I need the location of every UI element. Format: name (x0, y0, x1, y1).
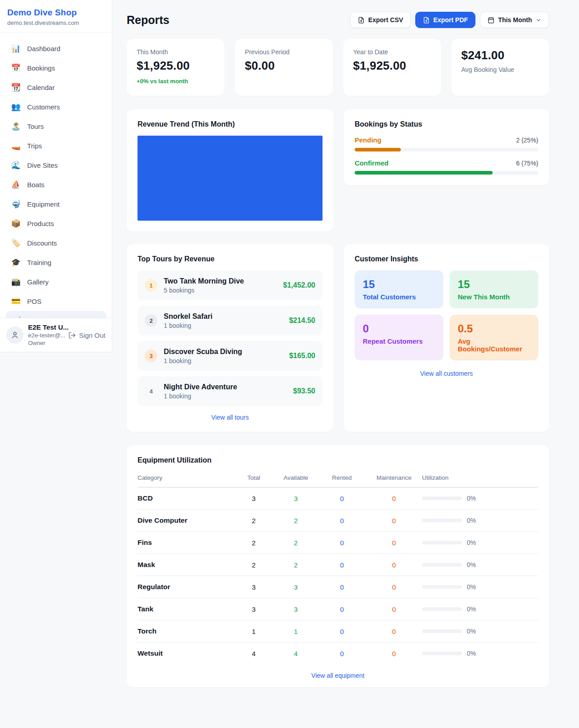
export-csv-button[interactable]: Export CSV (350, 12, 411, 28)
equipment-category: Regulator (138, 576, 234, 598)
wave-icon: 🌊 (11, 161, 21, 169)
utilization-percent: 0% (467, 517, 476, 524)
user-info: E2E Test U... e2e-tester@... Owner (28, 323, 64, 347)
equipment-table: Category Total Available Rented Maintena… (138, 470, 538, 664)
period-label: This Month (498, 16, 532, 24)
sidebar-item-label: Tours (27, 123, 44, 130)
sidebar-item-calendar[interactable]: 📆 Calendar (5, 78, 106, 97)
equipment-rented: 0 (318, 598, 366, 620)
equipment-utilization-card: Equipment Utilization Category Total Ava… (127, 445, 549, 687)
view-all-equipment-link[interactable]: View all equipment (138, 672, 538, 679)
utilization-percent: 0% (467, 561, 476, 568)
equipment-maintenance: 0 (366, 576, 422, 598)
file-download-icon (423, 17, 430, 24)
sidebar-item-label: Bookings (27, 64, 55, 72)
export-pdf-button[interactable]: Export PDF (415, 12, 475, 28)
stat-card-previous-period: Previous Period $0.00 (235, 39, 332, 96)
page-title: Reports (127, 14, 169, 27)
stat-value: $1,925.00 (137, 59, 214, 73)
calendar-icon: 📆 (11, 84, 21, 91)
col-header-total: Total (234, 470, 274, 487)
sidebar-item-label: Equipment (27, 200, 60, 208)
tour-revenue: $93.50 (293, 387, 315, 395)
equipment-available: 3 (274, 487, 318, 510)
sidebar-item-bookings[interactable]: 📅 Bookings (5, 58, 106, 78)
view-all-tours-link[interactable]: View all tours (138, 414, 323, 421)
equipment-total: 2 (234, 510, 274, 532)
sidebar-item-reports[interactable]: 📈 Reports (5, 311, 106, 318)
sidebar-item-discounts[interactable]: 🏷️ Discounts (5, 233, 106, 253)
charts-row: Revenue Trend (This Month) Bookings by S… (127, 109, 549, 232)
table-row: Tank 3 3 0 0 0% (138, 598, 538, 620)
sidebar-item-gallery[interactable]: 📸 Gallery (5, 272, 106, 292)
sidebar-item-equipment[interactable]: 🤿 Equipment (5, 194, 106, 214)
top-tours-card: Top Tours by Revenue 1 Two Tank Morning … (127, 244, 333, 432)
table-row: Regulator 3 3 0 0 0% (138, 576, 538, 598)
stat-label: Year to Date (353, 48, 431, 56)
equipment-maintenance: 0 (366, 620, 422, 643)
table-row: Mask 2 2 0 0 0% (138, 554, 538, 576)
equipment-maintenance: 0 (366, 554, 422, 576)
period-select[interactable]: This Month (480, 12, 549, 28)
sign-out-label: Sign Out (79, 331, 105, 339)
stat-value: $0.00 (245, 59, 323, 73)
tour-bookings-count: 5 bookings (164, 287, 244, 294)
insight-number: 0 (363, 322, 435, 335)
user-role: Owner (28, 340, 64, 347)
sidebar-item-label: Discounts (27, 239, 57, 247)
equipment-available: 4 (274, 643, 318, 665)
sidebar-item-pos[interactable]: 💳 POS (5, 292, 106, 311)
table-row: Dive Computer 2 2 0 0 0% (138, 510, 538, 532)
sailboat-icon: ⛵ (11, 181, 21, 189)
status-row-confirmed: Confirmed 6 (75%) (355, 159, 538, 175)
tour-revenue: $214.50 (289, 317, 315, 325)
dashboard-icon: 📊 (11, 45, 21, 52)
utilization-bar-track (422, 607, 462, 611)
sidebar-item-boats[interactable]: ⛵ Boats (5, 175, 106, 194)
sidebar-item-products[interactable]: 📦 Products (5, 214, 106, 233)
export-pdf-label: Export PDF (433, 16, 468, 24)
insight-label: Avg Bookings/Customer (458, 337, 530, 353)
sidebar-item-dashboard[interactable]: 📊 Dashboard (5, 39, 106, 58)
tour-list-item: 2 Snorkel Safari 1 booking $214.50 (138, 306, 323, 336)
calendar-icon (488, 17, 494, 24)
sidebar-item-tours[interactable]: 🏝️ Tours (5, 117, 106, 136)
utilization-bar-track (422, 563, 462, 567)
equipment-total: 1 (234, 620, 274, 643)
equipment-total: 2 (234, 532, 274, 554)
utilization-percent: 0% (467, 628, 476, 635)
user-email: e2e-tester@... (28, 332, 64, 340)
sidebar-item-dive-sites[interactable]: 🌊 Dive Sites (5, 156, 106, 175)
sidebar-item-customers[interactable]: 👥 Customers (5, 97, 106, 117)
col-header-maintenance: Maintenance (366, 470, 422, 487)
tour-bookings-count: 1 booking (164, 357, 242, 364)
equipment-maintenance: 0 (366, 510, 422, 532)
col-header-category: Category (138, 470, 234, 487)
view-all-customers-link[interactable]: View all customers (355, 370, 538, 377)
camera-icon: 📸 (11, 278, 21, 286)
utilization-cell: 0% (422, 561, 538, 568)
utilization-bar-track (422, 541, 462, 544)
bookings-calendar-icon: 📅 (11, 64, 21, 72)
rank-badge: 2 (145, 314, 157, 327)
equipment-category: Wetsuit (138, 643, 234, 665)
user-name: E2E Test U... (28, 323, 64, 332)
equipment-rented: 0 (318, 532, 366, 554)
sidebar-item-label: Calendar (27, 84, 55, 91)
sidebar-item-training[interactable]: 🎓 Training (5, 253, 106, 272)
sidebar-item-label: Dashboard (27, 45, 60, 52)
stat-cards: This Month $1,925.00 +0% vs last month P… (127, 39, 549, 96)
status-bar-track (355, 148, 538, 151)
utilization-percent: 0% (467, 539, 476, 546)
utilization-bar-track (422, 519, 462, 522)
stat-card-avg-booking-value: $241.00 Avg Booking Value (451, 39, 549, 96)
insight-tile-total-customers: 15 Total Customers (355, 270, 443, 308)
sign-out-button[interactable]: Sign Out (68, 331, 105, 339)
equipment-maintenance: 0 (366, 487, 422, 510)
sidebar-item-trips[interactable]: 🚤 Trips (5, 136, 106, 156)
col-header-utilization: Utilization (422, 470, 538, 487)
insight-number: 15 (363, 278, 435, 291)
sidebar-item-label: Dive Sites (27, 161, 58, 169)
brand-domain: demo.test.divestreams.com (7, 19, 104, 26)
equipment-maintenance: 0 (366, 532, 422, 554)
